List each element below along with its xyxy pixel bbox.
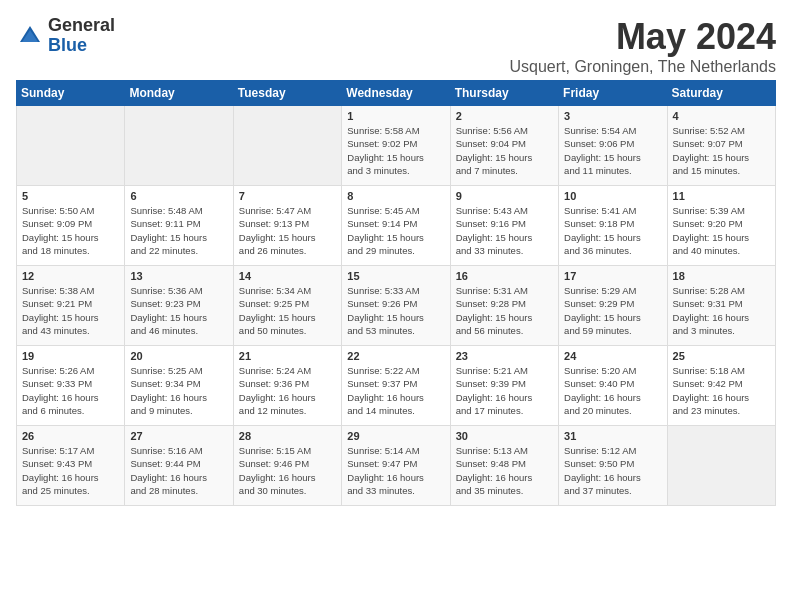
week-row-2: 5Sunrise: 5:50 AM Sunset: 9:09 PM Daylig… [17, 186, 776, 266]
day-info: Sunrise: 5:50 AM Sunset: 9:09 PM Dayligh… [22, 204, 119, 257]
month-title: May 2024 [509, 16, 776, 58]
weekday-header-thursday: Thursday [450, 81, 558, 106]
calendar-cell: 31Sunrise: 5:12 AM Sunset: 9:50 PM Dayli… [559, 426, 667, 506]
calendar-cell: 30Sunrise: 5:13 AM Sunset: 9:48 PM Dayli… [450, 426, 558, 506]
weekday-header-tuesday: Tuesday [233, 81, 341, 106]
day-info: Sunrise: 5:45 AM Sunset: 9:14 PM Dayligh… [347, 204, 444, 257]
day-info: Sunrise: 5:28 AM Sunset: 9:31 PM Dayligh… [673, 284, 770, 337]
page-header: General Blue May 2024 Usquert, Groningen… [16, 16, 776, 76]
day-info: Sunrise: 5:15 AM Sunset: 9:46 PM Dayligh… [239, 444, 336, 497]
day-number: 7 [239, 190, 336, 202]
calendar-cell: 21Sunrise: 5:24 AM Sunset: 9:36 PM Dayli… [233, 346, 341, 426]
day-number: 16 [456, 270, 553, 282]
calendar-cell: 12Sunrise: 5:38 AM Sunset: 9:21 PM Dayli… [17, 266, 125, 346]
day-number: 17 [564, 270, 661, 282]
calendar-cell: 13Sunrise: 5:36 AM Sunset: 9:23 PM Dayli… [125, 266, 233, 346]
calendar-table: SundayMondayTuesdayWednesdayThursdayFrid… [16, 80, 776, 506]
calendar-cell [17, 106, 125, 186]
day-number: 2 [456, 110, 553, 122]
logo-text: General Blue [48, 16, 115, 56]
calendar-cell [125, 106, 233, 186]
calendar-cell: 26Sunrise: 5:17 AM Sunset: 9:43 PM Dayli… [17, 426, 125, 506]
day-number: 31 [564, 430, 661, 442]
logo: General Blue [16, 16, 115, 56]
day-number: 6 [130, 190, 227, 202]
calendar-cell: 8Sunrise: 5:45 AM Sunset: 9:14 PM Daylig… [342, 186, 450, 266]
day-info: Sunrise: 5:41 AM Sunset: 9:18 PM Dayligh… [564, 204, 661, 257]
day-info: Sunrise: 5:54 AM Sunset: 9:06 PM Dayligh… [564, 124, 661, 177]
calendar-cell: 29Sunrise: 5:14 AM Sunset: 9:47 PM Dayli… [342, 426, 450, 506]
calendar-cell: 22Sunrise: 5:22 AM Sunset: 9:37 PM Dayli… [342, 346, 450, 426]
weekday-header-wednesday: Wednesday [342, 81, 450, 106]
day-number: 27 [130, 430, 227, 442]
calendar-cell: 7Sunrise: 5:47 AM Sunset: 9:13 PM Daylig… [233, 186, 341, 266]
day-info: Sunrise: 5:38 AM Sunset: 9:21 PM Dayligh… [22, 284, 119, 337]
calendar-cell: 24Sunrise: 5:20 AM Sunset: 9:40 PM Dayli… [559, 346, 667, 426]
day-info: Sunrise: 5:36 AM Sunset: 9:23 PM Dayligh… [130, 284, 227, 337]
day-info: Sunrise: 5:58 AM Sunset: 9:02 PM Dayligh… [347, 124, 444, 177]
calendar-cell: 3Sunrise: 5:54 AM Sunset: 9:06 PM Daylig… [559, 106, 667, 186]
day-info: Sunrise: 5:17 AM Sunset: 9:43 PM Dayligh… [22, 444, 119, 497]
day-number: 20 [130, 350, 227, 362]
calendar-cell: 25Sunrise: 5:18 AM Sunset: 9:42 PM Dayli… [667, 346, 775, 426]
day-info: Sunrise: 5:24 AM Sunset: 9:36 PM Dayligh… [239, 364, 336, 417]
day-info: Sunrise: 5:34 AM Sunset: 9:25 PM Dayligh… [239, 284, 336, 337]
calendar-cell: 15Sunrise: 5:33 AM Sunset: 9:26 PM Dayli… [342, 266, 450, 346]
week-row-4: 19Sunrise: 5:26 AM Sunset: 9:33 PM Dayli… [17, 346, 776, 426]
day-info: Sunrise: 5:12 AM Sunset: 9:50 PM Dayligh… [564, 444, 661, 497]
day-number: 1 [347, 110, 444, 122]
calendar-cell: 9Sunrise: 5:43 AM Sunset: 9:16 PM Daylig… [450, 186, 558, 266]
calendar-cell: 6Sunrise: 5:48 AM Sunset: 9:11 PM Daylig… [125, 186, 233, 266]
day-number: 30 [456, 430, 553, 442]
day-info: Sunrise: 5:16 AM Sunset: 9:44 PM Dayligh… [130, 444, 227, 497]
weekday-header-row: SundayMondayTuesdayWednesdayThursdayFrid… [17, 81, 776, 106]
calendar-cell: 10Sunrise: 5:41 AM Sunset: 9:18 PM Dayli… [559, 186, 667, 266]
day-info: Sunrise: 5:47 AM Sunset: 9:13 PM Dayligh… [239, 204, 336, 257]
calendar-cell: 5Sunrise: 5:50 AM Sunset: 9:09 PM Daylig… [17, 186, 125, 266]
calendar-cell [667, 426, 775, 506]
weekday-header-monday: Monday [125, 81, 233, 106]
day-number: 22 [347, 350, 444, 362]
day-info: Sunrise: 5:26 AM Sunset: 9:33 PM Dayligh… [22, 364, 119, 417]
title-block: May 2024 Usquert, Groningen, The Netherl… [509, 16, 776, 76]
day-number: 15 [347, 270, 444, 282]
day-number: 29 [347, 430, 444, 442]
day-info: Sunrise: 5:52 AM Sunset: 9:07 PM Dayligh… [673, 124, 770, 177]
day-number: 18 [673, 270, 770, 282]
day-number: 21 [239, 350, 336, 362]
day-number: 5 [22, 190, 119, 202]
week-row-1: 1Sunrise: 5:58 AM Sunset: 9:02 PM Daylig… [17, 106, 776, 186]
calendar-cell: 19Sunrise: 5:26 AM Sunset: 9:33 PM Dayli… [17, 346, 125, 426]
location: Usquert, Groningen, The Netherlands [509, 58, 776, 76]
day-info: Sunrise: 5:25 AM Sunset: 9:34 PM Dayligh… [130, 364, 227, 417]
day-number: 10 [564, 190, 661, 202]
calendar-cell: 2Sunrise: 5:56 AM Sunset: 9:04 PM Daylig… [450, 106, 558, 186]
calendar-cell: 14Sunrise: 5:34 AM Sunset: 9:25 PM Dayli… [233, 266, 341, 346]
weekday-header-friday: Friday [559, 81, 667, 106]
day-number: 13 [130, 270, 227, 282]
day-number: 9 [456, 190, 553, 202]
day-info: Sunrise: 5:21 AM Sunset: 9:39 PM Dayligh… [456, 364, 553, 417]
calendar-cell: 23Sunrise: 5:21 AM Sunset: 9:39 PM Dayli… [450, 346, 558, 426]
day-number: 14 [239, 270, 336, 282]
day-number: 12 [22, 270, 119, 282]
day-info: Sunrise: 5:20 AM Sunset: 9:40 PM Dayligh… [564, 364, 661, 417]
day-info: Sunrise: 5:29 AM Sunset: 9:29 PM Dayligh… [564, 284, 661, 337]
calendar-cell: 1Sunrise: 5:58 AM Sunset: 9:02 PM Daylig… [342, 106, 450, 186]
calendar-cell: 28Sunrise: 5:15 AM Sunset: 9:46 PM Dayli… [233, 426, 341, 506]
day-info: Sunrise: 5:33 AM Sunset: 9:26 PM Dayligh… [347, 284, 444, 337]
calendar-cell [233, 106, 341, 186]
day-info: Sunrise: 5:18 AM Sunset: 9:42 PM Dayligh… [673, 364, 770, 417]
weekday-header-saturday: Saturday [667, 81, 775, 106]
weekday-header-sunday: Sunday [17, 81, 125, 106]
calendar-cell: 17Sunrise: 5:29 AM Sunset: 9:29 PM Dayli… [559, 266, 667, 346]
day-number: 11 [673, 190, 770, 202]
calendar-cell: 11Sunrise: 5:39 AM Sunset: 9:20 PM Dayli… [667, 186, 775, 266]
calendar-cell: 16Sunrise: 5:31 AM Sunset: 9:28 PM Dayli… [450, 266, 558, 346]
calendar-cell: 18Sunrise: 5:28 AM Sunset: 9:31 PM Dayli… [667, 266, 775, 346]
week-row-3: 12Sunrise: 5:38 AM Sunset: 9:21 PM Dayli… [17, 266, 776, 346]
calendar-cell: 20Sunrise: 5:25 AM Sunset: 9:34 PM Dayli… [125, 346, 233, 426]
day-info: Sunrise: 5:56 AM Sunset: 9:04 PM Dayligh… [456, 124, 553, 177]
week-row-5: 26Sunrise: 5:17 AM Sunset: 9:43 PM Dayli… [17, 426, 776, 506]
day-info: Sunrise: 5:31 AM Sunset: 9:28 PM Dayligh… [456, 284, 553, 337]
